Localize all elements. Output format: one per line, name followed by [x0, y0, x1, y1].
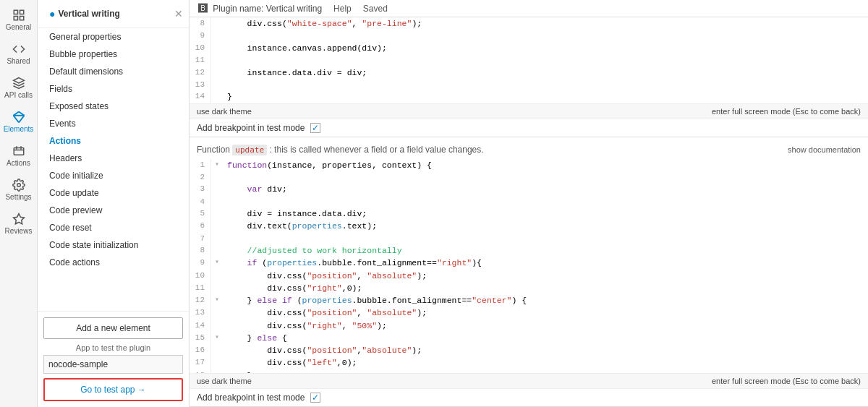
top-code-panel: 8 div.css("white-space", "pre-line"); 9 … [190, 17, 868, 137]
bottom-code-line-11: 11 div.css("right",0); [190, 282, 868, 294]
bottom-breakpoint-checkbox[interactable]: ✓ [310, 393, 320, 403]
nav-item-code-state-initialization[interactable]: Code state initialization [38, 236, 189, 254]
nav-item-general-properties[interactable]: General properties [38, 28, 189, 46]
nav-sidebar: ● Vertical writing ✕ General properties … [38, 0, 190, 407]
code-line-8: 8 div.css("white-space", "pre-line"); [190, 17, 868, 30]
test-app-input[interactable] [43, 355, 183, 374]
bottom-code-line-5: 5 div = instance.data.div; [190, 207, 868, 220]
sidebar-item-elements[interactable]: Elements [0, 105, 37, 139]
saved-status: Saved [363, 4, 388, 14]
bottom-code-panel: 1 ▾ function(instance, properties, conte… [190, 159, 868, 408]
show-documentation-link[interactable]: show documentation [788, 145, 861, 154]
top-code-area[interactable]: 8 div.css("white-space", "pre-line"); 9 … [190, 17, 868, 103]
top-code-footer: use dark theme enter full screen mode (E… [190, 103, 868, 119]
bottom-code-line-14: 14 div.css("right", "50%"); [190, 320, 868, 332]
svg-line-8 [19, 116, 25, 123]
bottom-code-line-17: 17 div.css("left",0); [190, 356, 868, 369]
top-breakpoint-row: Add breakpoint in test mode ✓ [190, 119, 868, 137]
code-line-9: 9 [190, 30, 868, 42]
svg-rect-10 [14, 148, 24, 155]
bottom-code-line-10: 10 div.css("position", "absolute"); [190, 270, 868, 282]
code-line-14: 14 } [190, 90, 868, 103]
code-line-12: 12 instance.data.div = div; [190, 67, 868, 79]
svg-rect-1 [20, 10, 23, 14]
sidebar-item-general-label: General [6, 23, 32, 31]
app-title-text: Plugin name: Vertical writing [213, 4, 322, 14]
nav-item-events[interactable]: Events [38, 115, 189, 132]
close-icon[interactable]: ✕ [174, 8, 183, 20]
bottom-code-line-7: 7 [190, 233, 868, 245]
nav-item-code-preview[interactable]: Code preview [38, 202, 189, 219]
function-name: update [232, 145, 267, 155]
bottom-code-line-13: 13 div.css("position", "absolute"); [190, 307, 868, 319]
bottom-code-line-16: 16 div.css("position","absolute"); [190, 344, 868, 356]
svg-line-7 [13, 116, 19, 123]
nav-item-bubble-properties[interactable]: Bubble properties [38, 46, 189, 63]
nav-item-code-reset[interactable]: Code reset [38, 219, 189, 236]
sidebar-item-reviews[interactable]: Reviews [0, 207, 37, 241]
test-app-label: App to test the plugin [43, 339, 183, 355]
plugin-name: Vertical writing [58, 9, 119, 19]
bottom-code-line-1: 1 ▾ function(instance, properties, conte… [190, 159, 868, 171]
bottom-dark-theme-link[interactable]: use dark theme [197, 377, 252, 385]
sidebar-item-api-calls-label: API calls [4, 91, 33, 99]
svg-rect-0 [14, 10, 17, 14]
add-element-button[interactable]: Add a new element [43, 317, 183, 339]
function-description-bar: Function update : this is called wheneve… [190, 137, 868, 159]
sidebar-item-actions[interactable]: Actions [0, 139, 37, 173]
bottom-breakpoint-row: Add breakpoint in test mode ✓ [190, 388, 868, 406]
bottom-code-line-6: 6 div.text(properties.text); [190, 220, 868, 232]
circle-icon: ● [49, 8, 55, 20]
nav-item-code-update[interactable]: Code update [38, 184, 189, 202]
bottom-code-line-15: 15 ▾ } else { [190, 332, 868, 344]
svg-marker-4 [13, 78, 24, 84]
nav-item-default-dimensions[interactable]: Default dimensions [38, 63, 189, 80]
go-test-button[interactable]: Go to test app → [43, 378, 183, 401]
nav-item-code-actions[interactable]: Code actions [38, 254, 189, 271]
nav-item-headers[interactable]: Headers [38, 150, 189, 167]
main-content: 🅱 Plugin name: Vertical writing Help Sav… [190, 0, 868, 407]
bottom-code-line-3: 3 var div; [190, 183, 868, 195]
top-bar: 🅱 Plugin name: Vertical writing Help Sav… [190, 0, 868, 17]
code-line-13: 13 [190, 79, 868, 91]
bottom-code-line-9: 9 ▾ if (properties.bubble.font_alignment… [190, 257, 868, 269]
function-rest: : this is called whenever a field or a f… [269, 145, 483, 155]
nav-item-fields[interactable]: Fields [38, 80, 189, 98]
sidebar-item-general[interactable]: General [0, 3, 37, 37]
bottom-code-line-2: 2 [190, 171, 868, 184]
top-breakpoint-checkbox[interactable]: ✓ [310, 123, 320, 133]
nav-sidebar-header: ● Vertical writing ✕ [38, 0, 189, 28]
icon-sidebar: General Shared API calls Elements Action… [0, 0, 38, 407]
sidebar-item-api-calls[interactable]: API calls [0, 71, 37, 105]
bottom-code-footer: use dark theme enter full screen mode (E… [190, 373, 868, 388]
bottom-code-area[interactable]: 1 ▾ function(instance, properties, conte… [190, 159, 868, 374]
panels-container: 8 div.css("white-space", "pre-line"); 9 … [190, 17, 868, 407]
nav-item-actions[interactable]: Actions [38, 132, 189, 150]
bottom-breakpoint-label: Add breakpoint in test mode [197, 393, 305, 403]
sidebar-item-shared[interactable]: Shared [0, 37, 37, 71]
code-line-10: 10 instance.canvas.append(div); [190, 42, 868, 54]
svg-point-11 [17, 184, 20, 187]
sidebar-item-settings[interactable]: Settings [0, 173, 37, 207]
function-desc-text: Function update : this is called wheneve… [197, 145, 484, 155]
bottom-code-line-12: 12 ▾ } else if (properties.bubble.font_a… [190, 294, 868, 307]
top-dark-theme-link[interactable]: use dark theme [197, 107, 252, 116]
bottom-fullscreen-link[interactable]: enter full screen mode (Esc to come back… [712, 377, 861, 385]
nav-item-exposed-states[interactable]: Exposed states [38, 98, 189, 115]
sidebar-item-settings-label: Settings [5, 193, 31, 201]
sidebar-item-shared-label: Shared [7, 57, 30, 65]
sidebar-item-reviews-label: Reviews [5, 227, 33, 235]
sidebar-item-actions-label: Actions [7, 159, 30, 167]
top-breakpoint-label: Add breakpoint in test mode [197, 123, 305, 133]
nav-item-code-initialize[interactable]: Code initialize [38, 167, 189, 184]
bottom-code-line-4: 4 [190, 196, 868, 208]
sidebar-item-elements-label: Elements [4, 125, 34, 133]
app-title: 🅱 Plugin name: Vertical writing [198, 3, 322, 14]
top-fullscreen-link[interactable]: enter full screen mode (Esc to come back… [712, 107, 861, 116]
help-link[interactable]: Help [333, 4, 352, 14]
nav-sidebar-bottom: Add a new element App to test the plugin… [38, 311, 189, 407]
plugin-section-header: ● Vertical writing [43, 4, 126, 23]
svg-rect-2 [14, 17, 17, 20]
code-line-11: 11 [190, 54, 868, 67]
svg-rect-3 [20, 17, 23, 20]
